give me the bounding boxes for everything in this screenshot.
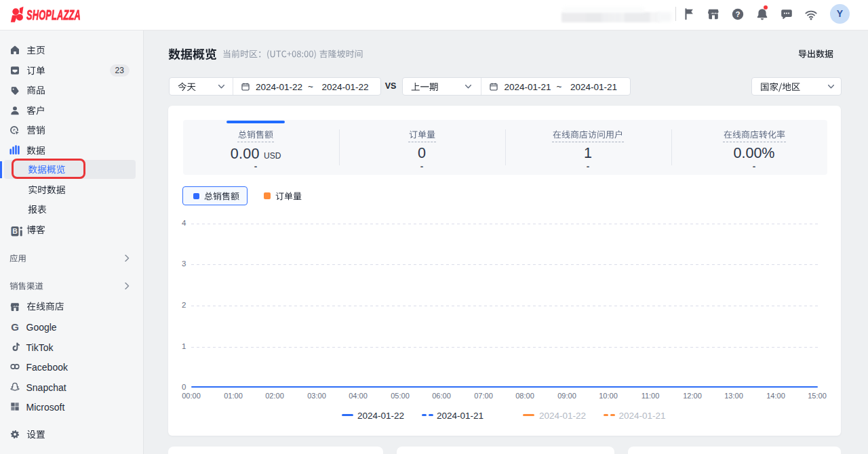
svg-text:?: ? — [735, 10, 740, 18]
svg-text:B: B — [12, 227, 18, 235]
